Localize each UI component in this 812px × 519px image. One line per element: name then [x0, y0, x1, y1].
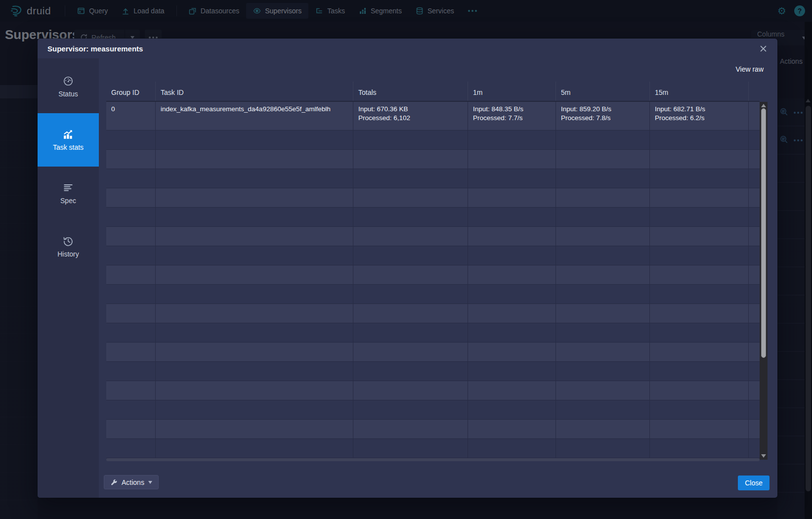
column-header[interactable]: Group ID — [106, 82, 156, 101]
table-row-empty — [106, 439, 760, 458]
table-cell-empty — [556, 285, 650, 303]
table-cell-empty — [749, 208, 760, 226]
close-icon[interactable] — [757, 42, 769, 55]
table-cell-empty — [749, 246, 760, 265]
table-cell-empty — [749, 381, 760, 400]
table-cell-empty — [468, 362, 556, 381]
wrench-icon — [110, 478, 118, 486]
cell-group-id: 0 — [106, 102, 156, 130]
column-header[interactable]: Totals — [353, 82, 468, 101]
table-cell-empty — [156, 188, 353, 207]
table-cell-empty — [650, 246, 749, 265]
table-cell-empty — [650, 227, 749, 246]
table-cell-empty — [749, 150, 760, 169]
actions-button[interactable]: Actions — [104, 475, 159, 489]
table-cell-empty — [353, 343, 468, 361]
table-cell-empty — [353, 188, 468, 207]
chart-stats-icon — [63, 129, 74, 140]
dialog-title: Supervisor: measurements — [47, 44, 143, 53]
tab-task-stats[interactable]: Task stats — [38, 113, 99, 167]
table-scrollbar-thumb[interactable] — [761, 108, 766, 358]
column-header[interactable]: 5m — [556, 82, 650, 101]
table-cell-empty — [556, 420, 650, 438]
tab-label: History — [57, 250, 79, 258]
table-cell-empty — [156, 150, 353, 169]
column-header[interactable]: 1m — [468, 82, 556, 101]
table-row-empty — [106, 169, 760, 188]
table-cell-empty — [468, 265, 556, 284]
table-cell-empty — [106, 227, 156, 246]
table-cell-empty — [749, 420, 760, 438]
horizontal-scrollbar[interactable] — [106, 458, 760, 461]
caret-down-icon — [148, 481, 152, 484]
table-cell-empty — [468, 285, 556, 303]
table-row-empty — [106, 362, 760, 381]
table-cell-empty — [749, 343, 760, 361]
column-header[interactable]: Task ID — [156, 82, 353, 101]
scroll-up-icon[interactable] — [761, 104, 766, 107]
table-cell-empty — [556, 400, 650, 419]
column-header-spacer — [749, 82, 760, 101]
table-cell-empty — [749, 285, 760, 303]
tab-history[interactable]: History — [38, 220, 99, 273]
table-cell-empty — [556, 246, 650, 265]
table-cell-empty — [468, 188, 556, 207]
table-cell-empty — [156, 208, 353, 226]
table-cell-empty — [156, 169, 353, 188]
scroll-down-icon[interactable] — [761, 454, 766, 458]
table-cell-empty — [650, 343, 749, 361]
cell-5m: Input: 859.20 B/sProcessed: 7.8/s — [556, 102, 650, 130]
close-button[interactable]: Close — [738, 476, 769, 490]
table-cell-empty — [468, 227, 556, 246]
history-icon — [63, 236, 74, 247]
table-cell-empty — [106, 400, 156, 419]
table-row-empty — [106, 381, 760, 400]
tab-status[interactable]: Status — [38, 60, 99, 113]
table-cell-empty — [556, 323, 650, 342]
actions-button-label: Actions — [122, 478, 144, 486]
table-cell-empty — [468, 150, 556, 169]
table-row-empty — [106, 285, 760, 304]
table-row-empty — [106, 265, 760, 285]
table-cell-empty — [468, 130, 556, 149]
table-row-empty — [106, 246, 760, 265]
table-scrollbar[interactable] — [760, 102, 768, 460]
table-cell-empty — [353, 246, 468, 265]
table-cell-empty — [353, 362, 468, 381]
table-cell-empty — [650, 323, 749, 342]
spec-lines-icon — [63, 182, 74, 193]
table-cell-empty — [106, 420, 156, 438]
table-cell-empty — [468, 169, 556, 188]
table-cell-empty — [650, 130, 749, 149]
dialog-main: View raw Group ID Task ID Totals 1m 5m 1… — [99, 58, 777, 498]
table-cell-empty — [353, 400, 468, 419]
table-row-empty — [106, 130, 760, 150]
table-cell-empty — [468, 400, 556, 419]
table-cell-empty — [468, 381, 556, 400]
table-cell-empty — [468, 439, 556, 458]
cell-totals: Input: 670.36 KBProcessed: 6,102 — [353, 102, 468, 130]
column-header[interactable]: 15m — [650, 82, 749, 101]
table-row[interactable]: 0 index_kafka_measurements_da4a92860e55e… — [106, 102, 760, 130]
table-cell-empty — [106, 188, 156, 207]
table-body: 0 index_kafka_measurements_da4a92860e55e… — [106, 102, 760, 458]
table-cell-empty — [749, 362, 760, 381]
table-cell-empty — [556, 188, 650, 207]
table-cell-empty — [106, 169, 156, 188]
view-raw-link[interactable]: View raw — [735, 65, 764, 73]
cell-task-id: index_kafka_measurements_da4a92860e55e5f… — [156, 102, 353, 130]
table-cell-empty — [353, 381, 468, 400]
table-cell-empty — [650, 381, 749, 400]
tab-spec[interactable]: Spec — [38, 167, 99, 220]
table-cell-empty — [556, 304, 650, 323]
table-cell-empty — [106, 130, 156, 149]
dialog-side-tabs: Status Task stats — [38, 58, 99, 498]
table-cell-empty — [156, 323, 353, 342]
table-cell-empty — [556, 130, 650, 149]
table-cell-empty — [468, 246, 556, 265]
table-cell-empty — [556, 343, 650, 361]
table-cell-empty — [556, 150, 650, 169]
table-cell-empty — [556, 169, 650, 188]
table-cell-empty — [556, 439, 650, 458]
table-cell-empty — [353, 150, 468, 169]
